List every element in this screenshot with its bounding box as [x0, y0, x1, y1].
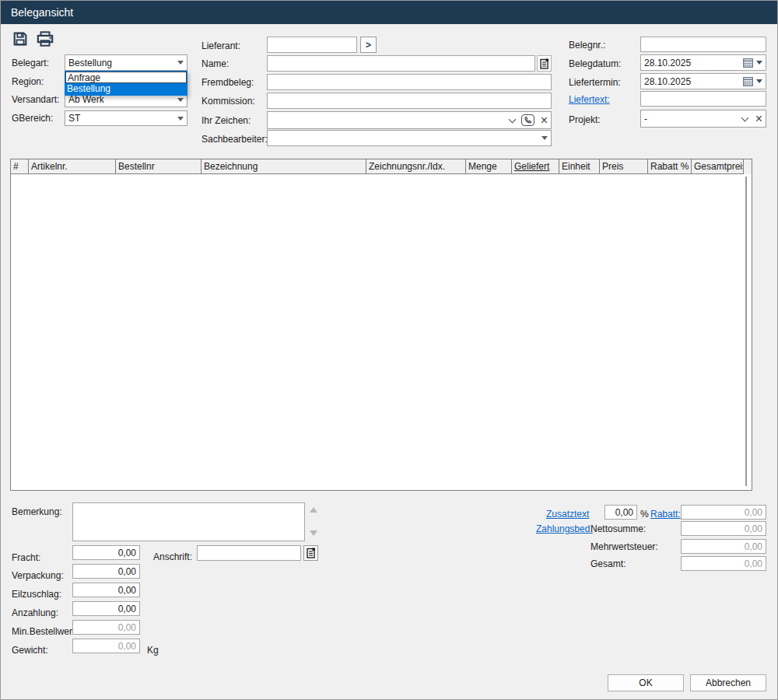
lieferant-input[interactable]	[267, 37, 357, 53]
save-button[interactable]	[12, 30, 29, 47]
column-header-einheit[interactable]: Einheit	[559, 159, 600, 174]
ihr-zeichen-combobox[interactable]: ×	[267, 111, 552, 129]
column-header-gesamtpreis[interactable]: Gesamtpreis	[692, 159, 744, 174]
fremdbeleg-label: Fremdbeleg:	[202, 77, 254, 88]
chevron-down-icon[interactable]	[508, 115, 516, 123]
verpackung-input[interactable]	[72, 564, 140, 579]
clipboard-icon	[307, 548, 316, 558]
fracht-input[interactable]	[72, 545, 140, 560]
anschrift-input[interactable]	[197, 545, 301, 561]
zahlungsbed-link[interactable]: Zahlungsbed.	[536, 523, 593, 534]
belegnr-label: Belegnr.:	[569, 40, 605, 51]
column-header-artikelnr[interactable]: Artikelnr.	[29, 159, 116, 174]
scroll-down-icon[interactable]	[310, 530, 317, 536]
belegdatum-datepicker[interactable]: 28.10.2025	[640, 54, 766, 71]
projekt-combobox[interactable]: - ×	[640, 110, 766, 128]
eilzuschlag-label: Eilzuschlag:	[12, 589, 61, 600]
gewicht-input	[72, 639, 140, 653]
positions-table-header: # Artikelnr. Bestellnr Bezeichnung Zeich…	[11, 159, 752, 174]
belegdatum-value: 28.10.2025	[644, 58, 743, 68]
beleg-window: Belegansicht Belegart: Region: Versandar…	[0, 0, 778, 700]
column-header-menge[interactable]: Menge	[466, 159, 512, 174]
chevron-down-icon[interactable]	[756, 61, 762, 65]
column-header-zeichnungsnr[interactable]: Zeichnungsnr./Idx.	[366, 159, 466, 174]
name-copy-button[interactable]	[537, 55, 552, 72]
name-label: Name:	[202, 58, 229, 69]
chevron-down-icon	[541, 136, 548, 140]
belegart-combobox[interactable]: Bestellung	[65, 54, 187, 71]
gbereich-label: GBereich:	[12, 113, 53, 124]
chevron-down-icon[interactable]	[741, 114, 748, 121]
clear-icon[interactable]: ×	[541, 114, 548, 127]
sachbearbeiter-combobox[interactable]	[267, 130, 552, 146]
fracht-label: Fracht:	[12, 552, 40, 563]
name-input[interactable]	[267, 55, 535, 72]
rabatt-link[interactable]: Rabatt:	[650, 509, 681, 520]
column-header-bezeichnung[interactable]: Bezeichnung	[202, 159, 366, 174]
lieferant-label: Lieferant:	[202, 40, 240, 51]
mehrwertsteuer-label: Mehrwertsteuer:	[591, 541, 658, 552]
liefertext-link[interactable]: Liefertext:	[569, 94, 610, 105]
kommission-label: Kommission:	[202, 96, 255, 107]
chevron-down-icon	[177, 98, 184, 102]
nettosumme-label: Nettosumme:	[591, 523, 646, 534]
liefertext-input[interactable]	[640, 91, 766, 107]
gbereich-value: ST	[68, 113, 177, 124]
chevron-down-icon	[177, 61, 184, 65]
lieferant-browse-button[interactable]: >	[360, 37, 377, 53]
eilzuschlag-input[interactable]	[72, 583, 140, 597]
scroll-up-icon[interactable]	[310, 507, 317, 513]
column-header-geliefert[interactable]: Geliefert	[512, 159, 559, 174]
zusatztext-link[interactable]: Zusatztext	[546, 509, 589, 520]
anschrift-copy-button[interactable]	[303, 545, 318, 561]
region-label: Region:	[12, 76, 44, 87]
liefertermin-label: Liefertermin:	[569, 77, 621, 88]
calendar-icon	[743, 58, 753, 68]
gewicht-unit-label: Kg	[147, 645, 159, 656]
belegdatum-label: Belegdatum:	[569, 58, 621, 69]
phone-dial-button[interactable]	[521, 114, 534, 126]
belegart-value: Bestellung	[68, 58, 177, 68]
kommission-input[interactable]	[267, 93, 552, 109]
bemerkung-textarea[interactable]	[72, 502, 305, 541]
ok-button[interactable]: OK	[608, 674, 684, 691]
nettosumme-input	[681, 521, 766, 536]
anzahlung-input[interactable]	[72, 601, 140, 616]
window-title: Belegansicht	[11, 6, 73, 19]
verpackung-label: Verpackung:	[12, 570, 64, 581]
min-bestellwert-label: Min.Bestellwert:	[12, 626, 78, 637]
phone-icon	[524, 116, 532, 124]
gesamt-input	[681, 556, 766, 571]
chevron-down-icon[interactable]	[756, 79, 762, 83]
belegart-label: Belegart:	[12, 58, 49, 68]
fremdbeleg-input[interactable]	[267, 74, 552, 90]
ihr-zeichen-label: Ihr Zeichen:	[202, 115, 251, 126]
cancel-button[interactable]: Abbrechen	[690, 674, 766, 691]
bemerkung-label: Bemerkung:	[12, 506, 62, 517]
column-header-bestellnr[interactable]: Bestellnr	[116, 159, 202, 174]
clipboard-icon	[540, 58, 549, 69]
print-button[interactable]	[36, 30, 54, 47]
gbereich-combobox[interactable]: ST	[65, 110, 187, 126]
dropdown-item-bestellung[interactable]: Bestellung	[65, 83, 187, 95]
clear-icon[interactable]: ×	[755, 113, 762, 125]
liefertermin-value: 28.10.2025	[644, 76, 743, 87]
save-icon	[12, 30, 29, 47]
versandart-value: Ab Werk	[68, 94, 177, 105]
belegnr-input[interactable]	[640, 37, 766, 52]
table-scrollbar[interactable]	[745, 177, 747, 486]
sachbearbeiter-label: Sachbearbeiter:	[202, 134, 268, 145]
column-header-index[interactable]: #	[11, 159, 29, 174]
versandart-label: Versandart:	[12, 94, 59, 105]
positions-table[interactable]: # Artikelnr. Bestellnr Bezeichnung Zeich…	[10, 159, 752, 491]
dropdown-item-anfrage[interactable]: Anfrage	[65, 72, 187, 83]
mehrwertsteuer-input	[681, 539, 766, 554]
column-header-rabatt[interactable]: Rabatt %	[648, 159, 692, 174]
percent-sign: %	[640, 509, 649, 520]
liefertermin-datepicker[interactable]: 28.10.2025	[640, 73, 766, 89]
print-icon	[36, 30, 54, 47]
rabatt-total-input	[681, 505, 766, 520]
rabatt-percent-input[interactable]	[605, 505, 637, 520]
projekt-value: -	[644, 114, 734, 124]
column-header-preis[interactable]: Preis	[600, 159, 648, 174]
